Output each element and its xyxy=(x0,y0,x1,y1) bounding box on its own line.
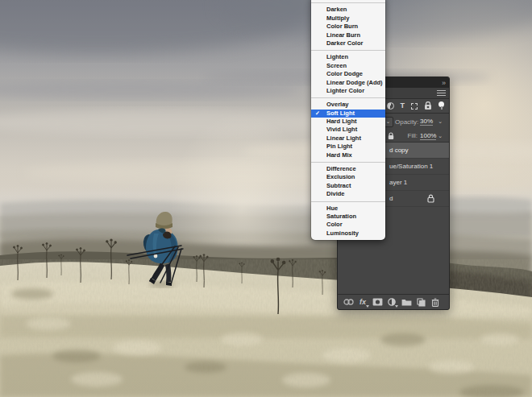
layer-name: d copy xyxy=(389,147,409,154)
menu-separator xyxy=(311,97,385,98)
opacity-value[interactable]: 30% xyxy=(420,118,433,126)
layer-name: ayer 1 xyxy=(389,179,407,186)
menu-item[interactable]: Hard Light xyxy=(311,118,385,126)
filter-toggle-icon[interactable] xyxy=(438,101,444,107)
menu-item[interactable]: Divide xyxy=(311,190,385,198)
new-layer-icon[interactable] xyxy=(415,296,426,308)
menu-item[interactable]: Color Dodge xyxy=(311,70,385,78)
background-lock-icon xyxy=(427,194,434,203)
add-layer-mask-icon[interactable] xyxy=(372,296,383,308)
blend-mode-menu: Dissolve Darken Multiply Color Burn Line… xyxy=(311,0,385,240)
collapse-panel-icon[interactable]: » xyxy=(442,79,445,87)
menu-item[interactable]: Luminosity xyxy=(311,230,385,238)
checkmark-icon: ✓ xyxy=(315,110,320,118)
menu-item[interactable]: Darker Color xyxy=(311,39,385,48)
menu-item[interactable]: Pin Light xyxy=(311,143,385,151)
photoshop-workspace: » T ⌄ Opacity: 30% ⌄ Fi xyxy=(0,0,532,397)
menu-item[interactable]: Vivid Light xyxy=(311,126,385,134)
menu-item[interactable]: Subtract xyxy=(311,182,385,190)
menu-item[interactable]: Color Burn xyxy=(311,23,385,31)
new-adjustment-layer-icon[interactable] xyxy=(386,296,397,308)
menu-item[interactable]: Lighten xyxy=(311,53,385,61)
menu-item[interactable]: Lighter Color xyxy=(311,87,385,95)
menu-item[interactable]: Saturation xyxy=(311,213,385,221)
menu-item[interactable]: Hue xyxy=(311,205,385,213)
fill-label: Fill: xyxy=(396,132,418,139)
menu-item[interactable]: Screen xyxy=(311,62,385,70)
menu-separator xyxy=(311,201,385,202)
panel-menu-icon[interactable] xyxy=(437,90,446,97)
new-group-icon[interactable] xyxy=(401,296,412,308)
menu-separator xyxy=(311,2,385,3)
menu-item[interactable]: Color xyxy=(311,221,385,229)
layers-panel-bottom-bar: fx xyxy=(338,294,449,309)
menu-item[interactable]: Exclusion xyxy=(311,173,385,181)
menu-item[interactable]: Linear Light xyxy=(311,134,385,143)
opacity-chevron-icon[interactable]: ⌄ xyxy=(438,118,443,125)
fill-value[interactable]: 100% xyxy=(420,132,436,140)
layer-effects-icon[interactable]: fx xyxy=(357,296,368,308)
selected-menu-item-label: Soft Light xyxy=(326,110,355,117)
menu-item[interactable]: Multiply xyxy=(311,14,385,23)
opacity-label: Opacity: xyxy=(395,118,418,126)
delete-layer-icon[interactable] xyxy=(430,296,441,308)
fill-chevron-icon[interactable]: ⌄ xyxy=(438,133,443,139)
menu-item[interactable]: Hard Mix xyxy=(311,151,385,159)
menu-item[interactable]: Overlay xyxy=(311,101,385,109)
hiker-photo-canvas xyxy=(0,0,532,397)
shape-filter-icon[interactable] xyxy=(411,103,418,110)
menu-item[interactable]: Linear Burn xyxy=(311,31,385,39)
menu-item[interactable]: Difference xyxy=(311,165,385,173)
menu-separator xyxy=(311,50,385,51)
adjustment-filter-icon[interactable] xyxy=(387,102,394,110)
menu-item[interactable]: Darken xyxy=(311,6,385,14)
lock-icon[interactable] xyxy=(388,132,394,140)
smart-object-filter-icon[interactable] xyxy=(424,101,432,110)
link-layers-icon[interactable] xyxy=(343,296,354,308)
layer-name: d xyxy=(389,195,393,202)
type-filter-icon[interactable]: T xyxy=(401,102,405,110)
layer-name: ue/Saturation 1 xyxy=(389,163,433,170)
menu-item[interactable]: Linear Dodge (Add) xyxy=(311,79,385,87)
menu-separator xyxy=(311,162,385,163)
menu-item-soft-light-selected[interactable]: ✓ Soft Light xyxy=(311,110,385,118)
